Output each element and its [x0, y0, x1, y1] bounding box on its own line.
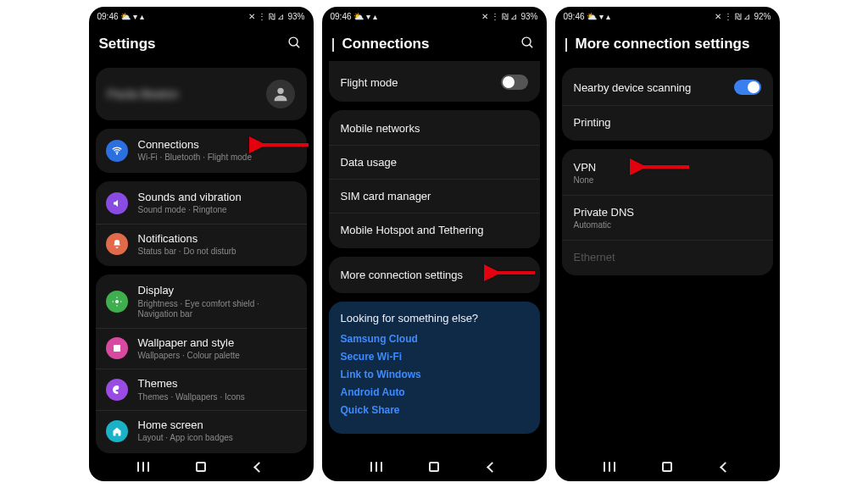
- status-right: ✕ ⋮ ₪ ⊿ 92%: [715, 12, 771, 21]
- row-printing[interactable]: Printing: [562, 106, 773, 139]
- more-settings-group: More connection settings: [329, 257, 540, 293]
- row-themes[interactable]: ThemesThemes · Wallpapers · Icons: [96, 369, 307, 411]
- svg-point-2: [277, 88, 283, 94]
- status-time: 09:46 ⛅ ▾ ▴: [97, 12, 144, 21]
- wifi-icon: [106, 140, 128, 162]
- connections-group: Mobile networks Data usage SIM card mana…: [329, 110, 540, 248]
- row-data-usage[interactable]: Data usage: [329, 146, 540, 180]
- row-nearby-device-scanning[interactable]: Nearby device scanning: [562, 69, 773, 106]
- flight-mode-card: Flight mode: [329, 61, 540, 102]
- nav-bar: [322, 456, 547, 481]
- page-title: Connections: [342, 36, 430, 53]
- svg-point-0: [289, 37, 298, 46]
- link-link-to-windows[interactable]: Link to Windows: [341, 369, 528, 380]
- wallpaper-icon: [106, 337, 128, 359]
- row-private-dns[interactable]: Private DNS Automatic: [562, 196, 773, 241]
- search-icon[interactable]: [287, 36, 302, 53]
- nav-back[interactable]: [483, 458, 500, 475]
- phone-screen-connections: 09:46 ⛅ ▾ ▴ ✕ ⋮ ₪ ⊿ 93% Connections Flig…: [322, 7, 547, 481]
- svg-line-1: [296, 45, 299, 48]
- status-time: 09:46 ⛅ ▾ ▴: [331, 12, 377, 21]
- status-time: 09:46 ⛅ ▾ ▴: [564, 12, 610, 21]
- svg-point-5: [115, 300, 119, 303]
- row-display[interactable]: DisplayBrightness · Eye comfort shield ·…: [96, 276, 307, 328]
- row-home-screen[interactable]: Home screenLayout · App icon badges: [96, 411, 307, 452]
- search-icon[interactable]: [520, 36, 535, 53]
- link-android-auto[interactable]: Android Auto: [341, 386, 528, 398]
- row-flight-mode[interactable]: Flight mode: [329, 64, 540, 100]
- row-more-connection-settings[interactable]: More connection settings: [329, 258, 540, 291]
- row-mobile-networks[interactable]: Mobile networks: [329, 112, 540, 146]
- sound-icon: [106, 192, 128, 214]
- phone-screen-settings: 09:46 ⛅ ▾ ▴ ✕ ⋮ ₪ ⊿ 93% Settings Paula B…: [89, 7, 314, 481]
- nav-recents[interactable]: [135, 458, 152, 475]
- avatar: [266, 80, 295, 108]
- row-ethernet: Ethernet: [562, 241, 773, 274]
- row-wallpaper[interactable]: Wallpaper and styleWallpapers · Colour p…: [96, 329, 307, 370]
- nav-recents[interactable]: [601, 458, 618, 475]
- row-hotspot-tethering[interactable]: Mobile Hotspot and Tethering: [329, 214, 540, 247]
- link-secure-wifi[interactable]: Secure Wi-Fi: [341, 351, 528, 363]
- settings-group: Sounds and vibrationSound mode · Rington…: [96, 181, 307, 267]
- nav-home[interactable]: [426, 458, 442, 475]
- themes-icon: [106, 379, 128, 401]
- settings-group: DisplayBrightness · Eye comfort shield ·…: [96, 274, 307, 453]
- nav-home[interactable]: [659, 458, 676, 475]
- status-bar: 09:46 ⛅ ▾ ▴ ✕ ⋮ ₪ ⊿ 93%: [322, 7, 547, 25]
- nav-bar: [89, 456, 314, 481]
- nav-home[interactable]: [192, 458, 209, 475]
- back-button[interactable]: [565, 38, 567, 50]
- nav-recents[interactable]: [368, 458, 385, 475]
- toggle-flight-mode[interactable]: [501, 75, 528, 90]
- looking-for-header: Looking for something else?: [341, 312, 528, 324]
- row-notifications[interactable]: NotificationsStatus bar · Do not disturb: [96, 225, 307, 265]
- link-quick-share[interactable]: Quick Share: [341, 404, 528, 416]
- status-bar: 09:46 ⛅ ▾ ▴ ✕ ⋮ ₪ ⊿ 92%: [555, 7, 780, 25]
- connection-group-1: Nearby device scanning Printing: [562, 68, 773, 141]
- title-bar: Settings: [96, 32, 307, 68]
- svg-line-12: [529, 45, 532, 48]
- page-title: Settings: [99, 36, 156, 53]
- notification-icon: [106, 233, 128, 255]
- page-title: More connection settings: [576, 36, 750, 53]
- nav-back[interactable]: [250, 458, 267, 475]
- profile-name: Paula Beaton: [108, 87, 179, 101]
- nav-back[interactable]: [716, 458, 733, 475]
- home-icon: [106, 420, 128, 442]
- phone-screen-more-connection: 09:46 ⛅ ▾ ▴ ✕ ⋮ ₪ ⊿ 92% More connection …: [555, 7, 780, 481]
- row-connections[interactable]: Connections Wi-Fi · Bluetooth · Flight m…: [96, 130, 307, 171]
- status-bar: 09:46 ⛅ ▾ ▴ ✕ ⋮ ₪ ⊿ 93%: [89, 7, 314, 25]
- row-sounds[interactable]: Sounds and vibrationSound mode · Rington…: [96, 183, 307, 225]
- toggle-nearby-device-scanning[interactable]: [734, 80, 761, 95]
- row-vpn[interactable]: VPN None: [562, 151, 773, 196]
- row-sim-card-manager[interactable]: SIM card manager: [329, 180, 540, 214]
- title-bar: More connection settings: [562, 32, 773, 68]
- svg-point-3: [116, 153, 117, 154]
- svg-rect-10: [114, 345, 120, 352]
- link-samsung-cloud[interactable]: Samsung Cloud: [341, 333, 528, 345]
- back-button[interactable]: [332, 38, 334, 50]
- nav-bar: [555, 456, 780, 481]
- display-icon: [106, 291, 128, 313]
- connection-group-2: VPN None Private DNS Automatic Ethernet: [562, 149, 773, 275]
- status-right: ✕ ⋮ ₪ ⊿ 93%: [481, 12, 537, 21]
- settings-group: Connections Wi-Fi · Bluetooth · Flight m…: [96, 129, 307, 173]
- status-right: ✕ ⋮ ₪ ⊿ 93%: [248, 12, 304, 21]
- looking-for-panel: Looking for something else? Samsung Clou…: [329, 302, 540, 434]
- svg-point-11: [522, 37, 531, 46]
- profile-card[interactable]: Paula Beaton: [96, 68, 307, 120]
